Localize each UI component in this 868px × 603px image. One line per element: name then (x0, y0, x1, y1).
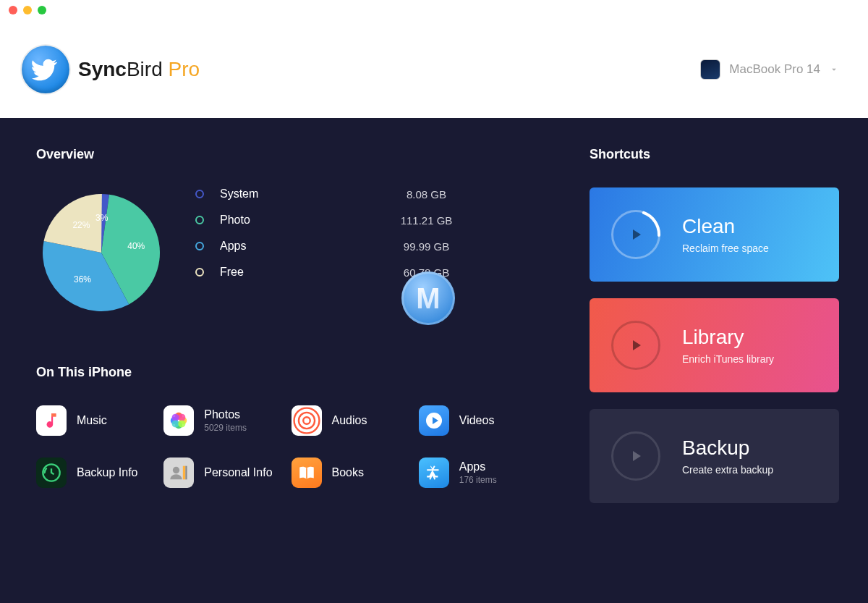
legend-dot-icon (195, 268, 204, 277)
pie-slice-label: 36% (74, 274, 91, 284)
minimize-window-button[interactable] (23, 6, 32, 14)
play-icon (611, 210, 660, 259)
shortcut-title: Clean (682, 215, 769, 238)
shortcut-subtitle: Enrich iTunes library (682, 353, 774, 365)
svg-point-5 (172, 414, 179, 421)
svg-point-7 (179, 420, 186, 427)
apps-icon (419, 457, 449, 488)
category-subtitle: 5029 items (204, 423, 247, 433)
category-apps[interactable]: Apps 176 items (419, 457, 546, 488)
legend-label: Photo (220, 214, 307, 227)
legend-label: Apps (220, 240, 307, 253)
close-window-button[interactable] (9, 6, 17, 14)
videos-icon (419, 405, 449, 436)
progress-arc-icon (611, 210, 660, 259)
overview-heading: Overview (36, 147, 546, 162)
bird-glyph (32, 56, 59, 83)
legend-dot-icon (195, 242, 204, 250)
maximize-window-button[interactable] (38, 6, 46, 14)
chevron-down-icon (829, 64, 839, 75)
category-audios[interactable]: Audios (292, 405, 419, 436)
main-content: Overview 3%40%36%22% System 8.08 GB Phot… (0, 118, 868, 603)
svg-rect-14 (183, 466, 186, 480)
svg-point-6 (172, 420, 179, 427)
audios-icon (292, 405, 322, 436)
legend-row: Free 60.78 GB (195, 266, 546, 279)
category-label: Videos (459, 414, 495, 427)
svg-point-9 (298, 413, 314, 429)
device-name: MacBook Pro 14 (729, 62, 820, 77)
app-logo: SyncBird Pro (22, 46, 200, 93)
iphone-section-heading: On This iPhone (36, 365, 546, 380)
play-icon (611, 431, 660, 481)
legend-label: System (220, 187, 307, 201)
category-label: Personal Info (204, 466, 272, 479)
app-name: SyncBird Pro (78, 58, 200, 81)
svg-point-10 (303, 417, 310, 424)
books-icon (292, 457, 322, 488)
legend-dot-icon (195, 190, 204, 198)
app-header: SyncBird Pro MacBook Pro 14 (0, 20, 868, 118)
category-photos[interactable]: Photos 5029 items (163, 405, 291, 436)
shortcut-subtitle: Reclaim free space (682, 243, 769, 254)
legend-row: System 8.08 GB (195, 187, 546, 201)
legend-value: 8.08 GB (307, 188, 546, 201)
shortcut-clean[interactable]: Clean Reclaim free space (590, 187, 839, 282)
category-music[interactable]: Music (36, 405, 163, 436)
legend-dot-icon (195, 216, 204, 224)
bird-icon (22, 46, 69, 93)
watermark-badge: M (401, 271, 455, 325)
category-label: Apps (459, 460, 497, 473)
personal-info-icon (163, 457, 194, 488)
music-icon (36, 405, 67, 436)
pie-slice-label: 3% (95, 213, 108, 223)
shortcuts-heading: Shortcuts (590, 147, 839, 162)
category-label: Photos (204, 408, 247, 421)
category-label: Books (332, 466, 364, 479)
device-selector[interactable]: MacBook Pro 14 (700, 59, 839, 80)
shortcut-title: Backup (682, 437, 773, 460)
category-personal-info[interactable]: Personal Info (163, 457, 291, 488)
legend-row: Apps 99.99 GB (195, 240, 546, 253)
storage-pie-chart: 3%40%36%22% (36, 187, 166, 318)
svg-point-13 (173, 467, 179, 473)
svg-point-16 (611, 210, 660, 259)
device-thumbnail-icon (700, 59, 720, 80)
shortcut-library[interactable]: Library Enrich iTunes library (590, 298, 839, 392)
pie-slice-label: 22% (72, 220, 90, 230)
backup-info-icon (36, 457, 67, 488)
shortcut-backup[interactable]: Backup Create extra backup (590, 409, 839, 503)
category-videos[interactable]: Videos (419, 405, 546, 436)
shortcut-subtitle: Create extra backup (682, 464, 773, 476)
svg-rect-15 (186, 466, 187, 480)
storage-legend: System 8.08 GB Photo 111.21 GB Apps 99.9… (195, 187, 546, 292)
category-label: Backup Info (77, 466, 138, 479)
category-label: Music (77, 414, 107, 427)
legend-label: Free (220, 266, 307, 279)
shortcut-title: Library (682, 326, 774, 349)
play-icon (611, 321, 660, 370)
svg-point-4 (179, 414, 186, 421)
window-titlebar (0, 0, 868, 20)
pie-slice-label: 40% (127, 241, 145, 251)
category-subtitle: 176 items (459, 475, 497, 485)
legend-value: 111.21 GB (307, 214, 546, 227)
category-label: Audios (332, 414, 367, 427)
legend-value: 99.99 GB (307, 240, 546, 253)
photos-icon (163, 405, 194, 436)
category-books[interactable]: Books (292, 457, 419, 488)
legend-row: Photo 111.21 GB (195, 214, 546, 227)
category-backup-info[interactable]: Backup Info (36, 457, 163, 488)
